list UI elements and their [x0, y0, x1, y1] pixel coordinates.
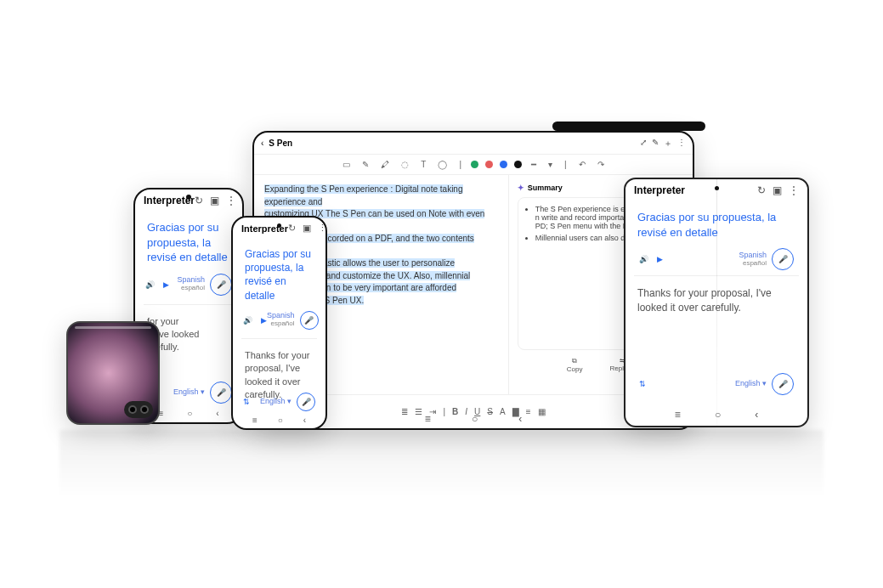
mic-icon: 🎤	[217, 280, 226, 289]
language-selector-top[interactable]: Spanish español	[177, 276, 205, 292]
settings-icon[interactable]: ▣	[773, 184, 782, 196]
tool-eraser-icon[interactable]: ◌	[399, 160, 411, 169]
settings-icon[interactable]: ▣	[210, 195, 219, 206]
language-selector-bottom[interactable]: English ▾	[735, 380, 767, 388]
back-icon[interactable]: ‹	[261, 139, 263, 148]
speaker-icon[interactable]: 🔊	[145, 280, 155, 289]
play-icon[interactable]: ▶	[657, 255, 663, 263]
mic-icon: 🎤	[778, 380, 788, 388]
mic-button-bottom[interactable]: 🎤	[210, 382, 232, 404]
more-icon[interactable]: ⋮	[789, 184, 799, 196]
edit-icon[interactable]: ✎	[652, 138, 659, 150]
copy-icon: ⧉	[572, 357, 577, 365]
language-selector-bottom[interactable]: English ▾	[173, 388, 205, 397]
tablet-title: S Pen	[269, 139, 292, 148]
color-swatch-4[interactable]	[514, 161, 522, 168]
settings-icon[interactable]: ▣	[303, 223, 311, 234]
fold-navbar: ≡ ○ ‹	[625, 409, 807, 421]
home-icon[interactable]: ○	[187, 409, 192, 418]
home-icon[interactable]: ○	[715, 409, 721, 421]
recents-icon[interactable]: ≡	[252, 416, 258, 425]
stroke-width-icon[interactable]: ━	[529, 160, 539, 169]
divider: |	[456, 160, 464, 169]
divider: |	[562, 160, 569, 169]
translated-text: Gracias por su propuesta, la revisé en d…	[233, 239, 325, 306]
copy-button[interactable]: ⧉ Copy	[567, 357, 583, 373]
speaker-icon[interactable]: 🔊	[639, 255, 648, 263]
mic-icon: 🎤	[304, 316, 314, 325]
color-swatch-1[interactable]	[471, 161, 478, 168]
home-icon[interactable]: ○	[472, 413, 478, 425]
swap-icon[interactable]: ⇅	[243, 398, 250, 406]
play-icon[interactable]: ▶	[163, 280, 169, 289]
color-swatch-3[interactable]	[500, 161, 507, 168]
color-swatch-2[interactable]	[485, 161, 493, 168]
more-icon[interactable]: ⋮	[677, 138, 686, 150]
more-icon[interactable]: ⋮	[318, 223, 327, 234]
back-nav-icon[interactable]: ‹	[303, 416, 306, 425]
tool-lasso-icon[interactable]: ◯	[435, 160, 450, 169]
tool-highlighter-icon[interactable]: 🖍	[378, 160, 392, 169]
tablet-toolbar: ▭ ✎ 🖍 ◌ T ◯ | ━ ▾ | ↶ ↷	[254, 155, 693, 175]
recents-icon[interactable]: ≡	[425, 413, 431, 425]
back-nav-icon[interactable]: ‹	[755, 409, 758, 421]
mic-button-bottom[interactable]: 🎤	[772, 373, 794, 395]
translated-text: Gracias por su propuesta, la revisé en d…	[135, 212, 242, 269]
flip-cameras	[124, 401, 153, 418]
mic-button-bottom[interactable]: 🎤	[297, 393, 315, 411]
phone-navbar: ≡ ○ ‹	[233, 416, 325, 425]
swap-icon[interactable]: ⇅	[639, 380, 646, 388]
add-icon[interactable]: ＋	[664, 138, 672, 150]
mic-icon: 🎤	[302, 398, 311, 406]
camera-hole-icon	[277, 223, 281, 228]
more-icon[interactable]: ⋮	[226, 195, 236, 206]
redo-icon[interactable]: ↷	[595, 160, 607, 169]
language-selector-top[interactable]: Spanish español	[267, 312, 295, 328]
back-nav-icon[interactable]: ‹	[518, 413, 522, 425]
camera-hole-icon	[186, 195, 191, 200]
tool-text-icon[interactable]: T	[418, 160, 428, 169]
phone-front-device: Interpreter ↻ ▣ ⋮ Gracias por su propues…	[231, 216, 327, 430]
undo-icon[interactable]: ↶	[576, 160, 588, 169]
mic-icon: 🎤	[778, 255, 788, 263]
dropdown-icon[interactable]: ▾	[546, 160, 555, 169]
history-icon[interactable]: ↻	[195, 195, 203, 206]
tool-crop-icon[interactable]: ▭	[340, 160, 353, 169]
galaxy-fold-device: Interpreter ↻ ▣ ⋮ Gracias por su propues…	[624, 178, 809, 427]
back-nav-icon[interactable]: ‹	[216, 409, 218, 418]
ai-sparkle-icon: ✦	[518, 184, 524, 192]
mic-button-top[interactable]: 🎤	[300, 311, 319, 330]
language-selector-top[interactable]: Spanish español	[739, 252, 767, 268]
summary-label: Summary	[528, 184, 563, 192]
mic-button-top[interactable]: 🎤	[772, 248, 794, 270]
speaker-icon[interactable]: 🔊	[243, 316, 252, 325]
camera-hole-icon	[715, 186, 719, 190]
home-icon[interactable]: ○	[278, 416, 283, 425]
language-selector-bottom[interactable]: English ▾	[260, 398, 292, 406]
app-title: Interpreter	[634, 184, 685, 196]
galaxy-flip-device	[66, 321, 160, 425]
tablet-header: ‹ S Pen ⤢ ✎ ＋ ⋮	[254, 133, 693, 155]
tool-pen-icon[interactable]: ✎	[359, 160, 371, 169]
mic-button-top[interactable]: 🎤	[210, 274, 232, 296]
play-icon[interactable]: ▶	[261, 316, 267, 325]
mic-icon: 🎤	[217, 388, 226, 397]
stylus	[552, 122, 705, 131]
history-icon[interactable]: ↻	[757, 184, 766, 196]
recents-icon[interactable]: ≡	[675, 409, 681, 421]
history-icon[interactable]: ↻	[288, 223, 296, 234]
flip-indicator	[75, 326, 151, 329]
expand-icon[interactable]: ⤢	[640, 138, 647, 150]
note-text-segment: Expanding the S Pen experience : Digital…	[264, 184, 463, 206]
reflection	[59, 430, 824, 498]
